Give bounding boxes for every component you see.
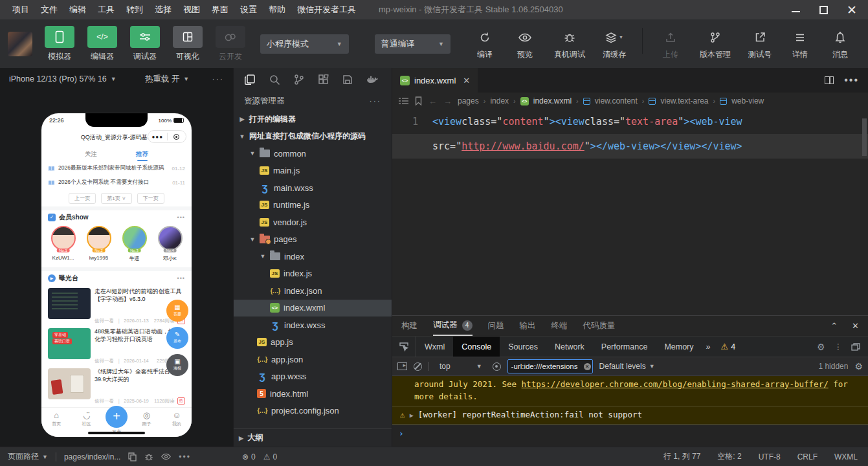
debugger-toggle-button[interactable]: 调试器 (127, 26, 163, 62)
panel-tab-code-quality[interactable]: 代码质量 (583, 316, 616, 336)
article-row[interactable]: 2026个人发卡网系统 不需要支付接口 01-11 (41, 175, 192, 190)
tree-file[interactable]: {…}app.json (234, 351, 392, 368)
devtools-settings-icon[interactable]: ⚙ (817, 342, 825, 352)
console-filter-input[interactable] (507, 359, 593, 373)
warning-counter[interactable]: ⚠ 4 (721, 342, 736, 351)
eol-type[interactable]: CRLF (797, 452, 818, 461)
menu-interface[interactable]: 界面 (206, 4, 234, 16)
clear-filter-icon[interactable]: ✕ (584, 363, 591, 370)
search-icon[interactable] (269, 74, 280, 85)
quiz-fab-button[interactable]: ▦ 答题 (166, 300, 188, 322)
hot-reload-toggle[interactable]: 热重载 开 (145, 74, 179, 85)
tabbar-community[interactable]: ◡̈ 社区 (71, 411, 101, 427)
editor-toggle-button[interactable]: </> 编辑器 (84, 26, 120, 62)
devtools-tab-network[interactable]: Network (546, 337, 593, 357)
menu-settings[interactable]: 设置 (234, 4, 263, 16)
panel-tab-problems[interactable]: 问题 (488, 316, 504, 336)
panel-tab-build[interactable]: 构建 (401, 316, 417, 336)
explorer-icon[interactable] (244, 74, 256, 85)
outline-section[interactable]: ▶ 大纲 (234, 428, 392, 447)
nav-forward-icon[interactable]: → (443, 96, 452, 106)
status-more-button[interactable]: ••• (179, 452, 191, 461)
page-select[interactable]: 第1页 ∨ (101, 193, 131, 204)
panel-tab-debugger[interactable]: 调试器 4 (433, 316, 473, 336)
language-mode[interactable]: WXML (834, 452, 858, 461)
tree-folder-pages[interactable]: ▼pages (234, 231, 392, 249)
menu-view[interactable]: 视图 (177, 4, 206, 16)
tree-folder-index[interactable]: ▼index (234, 248, 392, 265)
tab-recommend[interactable]: 推荐 (136, 150, 148, 159)
inspect-element-icon[interactable] (392, 337, 416, 357)
tabbar-home[interactable]: ⌂ 首页 (41, 411, 71, 427)
panel-tab-output[interactable]: 输出 (520, 316, 536, 336)
maximize-button[interactable] (819, 6, 828, 14)
expand-icon[interactable]: ▶ (410, 410, 414, 421)
menu-file[interactable]: 文件 (35, 4, 63, 16)
tree-file[interactable]: JSruntime.js (234, 197, 392, 214)
save-icon[interactable] (342, 74, 353, 85)
split-editor-icon[interactable] (825, 76, 834, 84)
collapse-panel-icon[interactable]: ⌃ (830, 321, 838, 331)
member-item[interactable]: No.1 KzUW1... (48, 226, 79, 267)
tree-file[interactable]: Ʒmain.wxss (234, 179, 392, 197)
devtools-tab-memory[interactable]: Memory (656, 337, 702, 357)
devtools-tab-sources[interactable]: Sources (500, 337, 546, 357)
menu-goto[interactable]: 转到 (120, 4, 149, 16)
devtools-tab-performance[interactable]: Performance (593, 337, 656, 357)
devtools-kebab-icon[interactable]: ⋮ (834, 342, 843, 351)
tree-file[interactable]: 5index.html (234, 385, 392, 403)
capsule-close-icon[interactable] (168, 134, 186, 140)
tree-file[interactable]: JSindex.js (234, 265, 392, 283)
console-warning-message[interactable]: ⚠ ▶ [worker] reportRealtimeAction:fail n… (392, 406, 868, 425)
cursor-position[interactable]: 行 1, 列 77 (663, 451, 700, 462)
menu-edit[interactable]: 编辑 (63, 4, 92, 16)
copy-icon[interactable] (128, 452, 137, 461)
device-select[interactable]: iPhone 12/13 (Pro) 57% 16 (9, 74, 107, 83)
tabbar-mine[interactable]: ☺ 我的 (162, 411, 192, 427)
compile-button[interactable]: 编译 (465, 28, 505, 60)
clear-cache-button[interactable]: ▼ 清缓存 (594, 28, 634, 60)
cloud-dev-button[interactable]: 云开发 (212, 26, 249, 62)
menu-tools[interactable]: 工具 (92, 4, 120, 16)
encoding[interactable]: UTF-8 (759, 452, 781, 461)
frame-selector[interactable]: top▼ (436, 362, 486, 371)
extensions-icon[interactable] (318, 74, 329, 85)
user-avatar[interactable] (8, 32, 32, 56)
console-prompt[interactable]: › (392, 425, 868, 438)
editor-scrollbar[interactable] (862, 118, 867, 156)
compile-mode-select[interactable]: 普通编译▼ (375, 34, 451, 54)
version-control-button[interactable]: 版本管理 (691, 28, 740, 60)
menu-help[interactable]: 帮助 (263, 4, 291, 16)
bookmark-icon[interactable] (415, 96, 422, 105)
crumb-pages[interactable]: pages (458, 96, 479, 105)
close-button[interactable]: ✕ (847, 5, 856, 14)
preview-button[interactable]: 预览 (505, 28, 545, 60)
warning-count[interactable]: ⚠ 0 (263, 452, 277, 461)
console-sidebar-toggle-icon[interactable] (397, 362, 407, 370)
live-expression-icon[interactable] (493, 362, 501, 371)
source-control-icon[interactable] (294, 74, 304, 85)
member-more-button[interactable]: ••• (177, 214, 185, 221)
project-root-section[interactable]: ▼网址直接打包成微信小程序的源码 (234, 128, 392, 146)
close-panel-icon[interactable]: ✕ (852, 321, 859, 331)
panel-tab-terminal[interactable]: 终端 (551, 316, 568, 336)
messages-button[interactable]: 消息 (820, 28, 860, 60)
details-button[interactable]: 详情 (780, 28, 820, 60)
simulator-toggle-button[interactable]: 模拟器 (41, 26, 78, 62)
console-output[interactable]: around July 2021. See https://developer.… (392, 376, 868, 447)
article-row[interactable]: 2026最新版本乐郊到家带同城桩子系统源码 01-12 (41, 161, 192, 175)
prev-page-button[interactable]: 上一页 (69, 193, 96, 204)
error-count[interactable]: ⊗ 0 (242, 452, 256, 461)
code-editor[interactable]: 1 <view class="content"><view class="tex… (392, 109, 868, 315)
tree-file-selected[interactable]: <>index.wxml (234, 300, 392, 317)
device-debug-button[interactable]: 真机调试 (545, 28, 594, 60)
minimize-button[interactable] (792, 7, 800, 12)
crumb-index[interactable]: index (490, 96, 509, 105)
publish-fab-button[interactable]: ✎ 发布 (166, 327, 188, 349)
tabbar-circle[interactable]: ◎ 圈子 (131, 411, 161, 427)
indentation[interactable]: 空格: 2 (717, 451, 741, 462)
open-editors-section[interactable]: ▶打开的编辑器 (234, 111, 392, 128)
console-link[interactable]: https://developer.chrome.com/blog/enabli… (522, 379, 829, 389)
crumb-web-view[interactable]: web-view (731, 96, 764, 105)
menu-select[interactable]: 选择 (149, 4, 177, 16)
